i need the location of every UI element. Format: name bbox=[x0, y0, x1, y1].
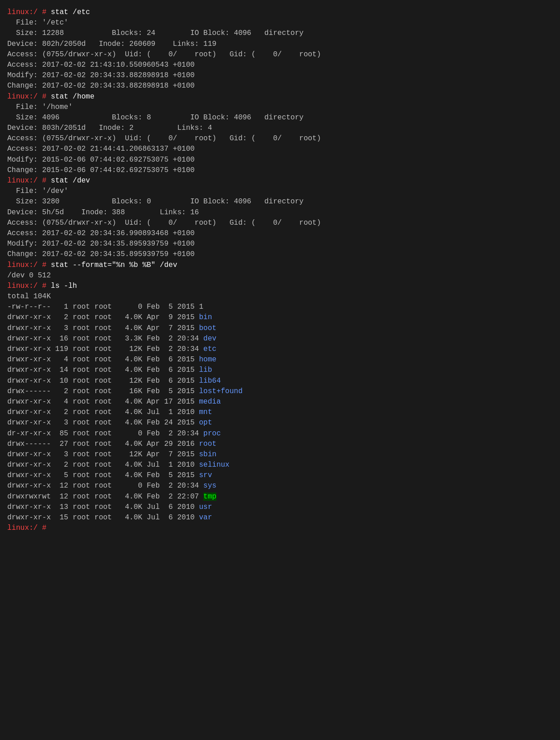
ls-filename: sbin bbox=[199, 450, 216, 459]
ls-filename: lost+found bbox=[199, 387, 242, 395]
ls-filename: 1 bbox=[199, 303, 203, 311]
ls-filename: sys bbox=[203, 482, 216, 490]
ls-info: 15 root root 4.0K Jul 6 2010 bbox=[51, 513, 199, 522]
terminal-line: Change: 2017-02-02 20:34:35.895939759 +0… bbox=[7, 249, 553, 260]
ls-info: 4 root root 4.0K Apr 17 2015 bbox=[51, 398, 199, 406]
terminal-line: drwxr-xr-x 12 root root 0 Feb 2 20:34 sy… bbox=[7, 481, 553, 491]
terminal-line: drwxr-xr-x 4 root root 4.0K Feb 6 2015 h… bbox=[7, 355, 553, 365]
terminal-line: drwxr-xr-x 5 root root 4.0K Feb 5 2015 s… bbox=[7, 470, 553, 481]
terminal-line: Size: 12288 Blocks: 24 IO Block: 4096 di… bbox=[7, 28, 553, 39]
output-text: Modify: 2017-02-02 20:34:33.882898918 +0… bbox=[7, 71, 195, 79]
terminal-line: Change: 2017-02-02 20:34:33.882898918 +0… bbox=[7, 81, 553, 91]
ls-info: 3 root root 4.0K Apr 7 2015 bbox=[51, 324, 199, 332]
output-text: Device: 5h/5d Inode: 388 Links: 16 bbox=[7, 208, 199, 217]
ls-permissions: drwxr-xr-x bbox=[7, 324, 51, 332]
ls-permissions: drwxr-xr-x bbox=[7, 503, 51, 511]
terminal-line: Access: (0755/drwxr-xr-x) Uid: ( 0/ root… bbox=[7, 133, 553, 144]
terminal-line: Change: 2015-02-06 07:44:02.692753075 +0… bbox=[7, 165, 553, 176]
terminal: linux:/ # stat /etc File: '/etc' Size: 1… bbox=[7, 7, 553, 533]
ls-info: 2 root root 4.0K Apr 9 2015 bbox=[51, 313, 199, 321]
ls-info: 12 root root 4.0K Feb 2 22:07 bbox=[51, 493, 203, 501]
terminal-line: drwxr-xr-x 4 root root 4.0K Apr 17 2015 … bbox=[7, 397, 553, 407]
ls-info: 1 root root 0 Feb 5 2015 bbox=[51, 303, 199, 311]
prompt-symbol: # bbox=[38, 261, 51, 269]
ls-filename: boot bbox=[199, 324, 216, 332]
terminal-line: dr-xr-xr-x 85 root root 0 Feb 2 20:34 pr… bbox=[7, 429, 553, 439]
ls-filename: opt bbox=[199, 419, 212, 427]
terminal-line: File: '/home' bbox=[7, 102, 553, 113]
terminal-line: drwxr-xr-x 2 root root 4.0K Apr 9 2015 b… bbox=[7, 312, 553, 323]
command-text: ls -lh bbox=[51, 282, 77, 290]
ls-info: 4 root root 4.0K Feb 6 2015 bbox=[51, 355, 199, 364]
terminal-line: drwxr-xr-x 3 root root 4.0K Feb 24 2015 … bbox=[7, 418, 553, 428]
prompt: linux:/ bbox=[7, 93, 38, 101]
ls-info: 85 root root 0 Feb 2 20:34 bbox=[51, 429, 203, 438]
ls-filename: selinux bbox=[199, 461, 229, 469]
terminal-line: linux:/ # stat --format="%n %b %B" /dev bbox=[7, 260, 553, 271]
terminal-line: Device: 5h/5d Inode: 388 Links: 16 bbox=[7, 207, 553, 218]
output-text: Modify: 2017-02-02 20:34:35.895939759 +0… bbox=[7, 240, 195, 248]
ls-filename: srv bbox=[199, 471, 212, 479]
command-text: stat /home bbox=[51, 93, 94, 101]
ls-permissions: drwxr-xr-x bbox=[7, 450, 51, 459]
output-text: Device: 803h/2051d Inode: 2 Links: 4 bbox=[7, 124, 212, 132]
ls-filename: usr bbox=[199, 503, 212, 511]
terminal-line: drwxr-xr-x 3 root root 4.0K Apr 7 2015 b… bbox=[7, 323, 553, 334]
output-text: Access: 2017-02-02 21:43:10.550960543 +0… bbox=[7, 61, 195, 69]
output-text: Change: 2017-02-02 20:34:33.882898918 +0… bbox=[7, 82, 195, 90]
ls-permissions: drwxr-xr-x bbox=[7, 355, 51, 364]
output-text: File: '/dev' bbox=[7, 187, 68, 195]
ls-permissions: dr-xr-xr-x bbox=[7, 429, 51, 438]
prompt-symbol: # bbox=[38, 8, 51, 16]
ls-info: 10 root root 12K Feb 6 2015 bbox=[51, 377, 199, 385]
terminal-line: File: '/etc' bbox=[7, 18, 553, 28]
terminal-line: File: '/dev' bbox=[7, 186, 553, 197]
ls-info: 27 root root 4.0K Apr 29 2016 bbox=[51, 440, 199, 448]
terminal-line: drwx------ 27 root root 4.0K Apr 29 2016… bbox=[7, 439, 553, 449]
terminal-line: -rw-r--r-- 1 root root 0 Feb 5 2015 1 bbox=[7, 302, 553, 312]
ls-permissions: drwxr-xr-x bbox=[7, 513, 51, 522]
ls-permissions: drwxr-xr-x bbox=[7, 461, 51, 469]
output-text: Access: (0755/drwxr-xr-x) Uid: ( 0/ root… bbox=[7, 134, 321, 143]
output-text: Access: (0755/drwxr-xr-x) Uid: ( 0/ root… bbox=[7, 50, 321, 59]
output-text: Size: 3280 Blocks: 0 IO Block: 4096 dire… bbox=[7, 197, 304, 206]
ls-filename: dev bbox=[203, 335, 216, 343]
terminal-line: drwx------ 2 root root 16K Feb 5 2015 lo… bbox=[7, 386, 553, 397]
terminal-line: /dev 0 512 bbox=[7, 271, 553, 281]
terminal-line: drwxr-xr-x 16 root root 3.3K Feb 2 20:34… bbox=[7, 334, 553, 344]
ls-filename: lib64 bbox=[199, 377, 221, 385]
prompt-symbol: # bbox=[38, 177, 51, 185]
ls-filename: bin bbox=[199, 313, 212, 321]
ls-permissions: drwxr-xr-x bbox=[7, 313, 51, 321]
terminal-line: Modify: 2017-02-02 20:34:33.882898918 +0… bbox=[7, 70, 553, 81]
terminal-line: linux:/ # stat /dev bbox=[7, 176, 553, 186]
terminal-line: drwxr-xr-x 119 root root 12K Feb 2 20:34… bbox=[7, 344, 553, 355]
ls-info: 5 root root 4.0K Feb 5 2015 bbox=[51, 471, 199, 479]
ls-info: 3 root root 12K Apr 7 2015 bbox=[51, 450, 199, 459]
output-text: Access: 2017-02-02 21:44:41.206863137 +0… bbox=[7, 145, 195, 153]
terminal-line: total 104K bbox=[7, 291, 553, 302]
terminal-line: linux:/ # ls -lh bbox=[7, 281, 553, 291]
ls-permissions: drwxr-xr-x bbox=[7, 398, 51, 406]
output-text: Change: 2017-02-02 20:34:35.895939759 +0… bbox=[7, 250, 195, 258]
ls-permissions: drwxr-xr-x bbox=[7, 471, 51, 479]
output-text: File: '/home' bbox=[7, 103, 73, 111]
output-text: File: '/etc' bbox=[7, 19, 68, 27]
ls-filename: home bbox=[199, 355, 216, 364]
terminal-line: Modify: 2017-02-02 20:34:35.895939759 +0… bbox=[7, 239, 553, 249]
output-text: Size: 12288 Blocks: 24 IO Block: 4096 di… bbox=[7, 29, 304, 37]
ls-info: 2 root root 16K Feb 5 2015 bbox=[51, 387, 199, 395]
ls-permissions: drwxr-xr-x bbox=[7, 377, 51, 385]
command-text: stat /etc bbox=[51, 8, 90, 16]
ls-filename: mnt bbox=[199, 408, 212, 416]
terminal-line: Access: 2017-02-02 21:43:10.550960543 +0… bbox=[7, 60, 553, 70]
ls-permissions: drwxr-xr-x bbox=[7, 419, 51, 427]
output-text: Change: 2015-02-06 07:44:02.692753075 +0… bbox=[7, 166, 195, 174]
ls-filename: etc bbox=[203, 345, 216, 353]
ls-info: 14 root root 4.0K Feb 6 2015 bbox=[51, 366, 199, 374]
ls-info: 2 root root 4.0K Jul 1 2010 bbox=[51, 408, 199, 416]
ls-info: 2 root root 4.0K Jul 1 2010 bbox=[51, 461, 199, 469]
ls-filename: proc bbox=[203, 429, 221, 438]
command-text: stat /dev bbox=[51, 177, 90, 185]
output-text: Modify: 2015-02-06 07:44:02.692753075 +0… bbox=[7, 156, 195, 164]
